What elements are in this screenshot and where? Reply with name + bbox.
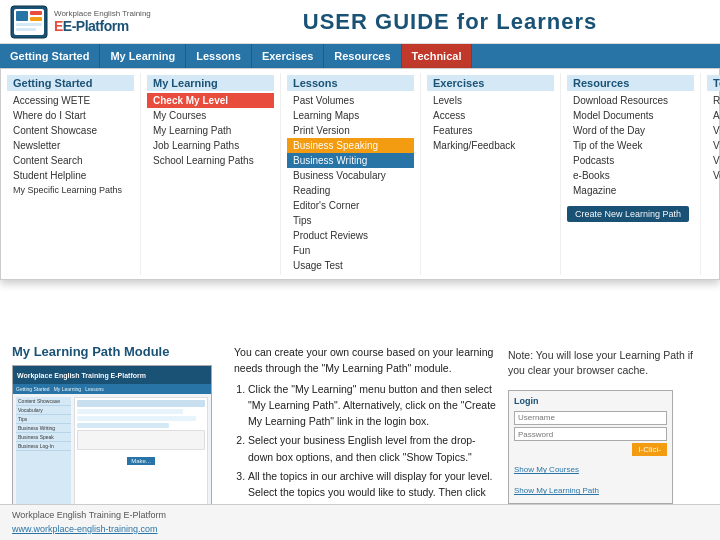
- dropdown-menu: Getting Started Accessing WETE Where do …: [0, 68, 720, 280]
- dropdown-item[interactable]: Model Documents: [567, 108, 694, 123]
- dropdown-item[interactable]: Content Showcase: [7, 123, 134, 138]
- dropdown-item[interactable]: Student Helpline: [7, 168, 134, 183]
- dropdown-item[interactable]: Where do I Start: [7, 108, 134, 123]
- dropdown-col-resources: Resources Download Resources Model Docum…: [561, 73, 701, 275]
- dropdown-item[interactable]: Content Search: [7, 153, 134, 168]
- dropdown-item[interactable]: Past Volumes: [287, 93, 414, 108]
- login-password-input[interactable]: [514, 427, 667, 441]
- dropdown-header-resources: Resources: [567, 75, 694, 91]
- svg-rect-5: [16, 23, 42, 26]
- dropdown-item[interactable]: Video: [707, 123, 720, 138]
- intro-text: You can create your own course based on …: [234, 344, 496, 377]
- svg-rect-3: [30, 11, 42, 15]
- logo: Workplace English Training EE-Platform: [10, 5, 190, 39]
- dropdown-item[interactable]: Business Vocabulary: [287, 168, 414, 183]
- dropdown-col-my-learning: My Learning Check My Level My Courses My…: [141, 73, 281, 275]
- dropdown-item[interactable]: Features: [427, 123, 554, 138]
- login-box-preview: Login I-Clici- Show My Courses Show My L…: [508, 390, 673, 504]
- page-subtitle: My Learning Path Module: [12, 344, 222, 359]
- nav-my-learning[interactable]: My Learning: [100, 44, 186, 68]
- note-box: Note: You will lose your Learning Path i…: [508, 344, 708, 378]
- dropdown-item[interactable]: Reading: [287, 183, 414, 198]
- dropdown-item[interactable]: My Courses: [147, 108, 274, 123]
- show-my-learning-path-link[interactable]: Show My Learning Path: [514, 485, 667, 498]
- dropdown-item[interactable]: Job Learning Paths: [147, 138, 274, 153]
- dropdown-item[interactable]: Voice Recorder: [707, 168, 720, 183]
- dropdown-item[interactable]: Audio: [707, 108, 720, 123]
- dropdown-item[interactable]: Newsletter: [7, 138, 134, 153]
- dropdown-item[interactable]: View Online Pages: [707, 138, 720, 153]
- login-button[interactable]: I-Clici-: [632, 443, 667, 456]
- navbar: Getting Started My Learning Lessons Exer…: [0, 44, 720, 68]
- dropdown-item[interactable]: Editor's Corner: [287, 198, 414, 213]
- dropdown-item[interactable]: Business Writing: [287, 153, 414, 168]
- dropdown-item[interactable]: Magazine: [567, 183, 694, 198]
- dropdown-item[interactable]: My Learning Path: [147, 123, 274, 138]
- header: Workplace English Training EE-Platform U…: [0, 0, 720, 44]
- nav-resources[interactable]: Resources: [324, 44, 401, 68]
- create-new-learning-path-button[interactable]: Create New Learning Path: [567, 206, 689, 222]
- dropdown-col-exercises: Exercises Levels Access Features Marking…: [421, 73, 561, 275]
- dropdown-item[interactable]: My Specific Learning Paths: [7, 183, 134, 197]
- dropdown-item[interactable]: Print Version: [287, 123, 414, 138]
- step-1: Click the "My Learning" menu button and …: [248, 381, 496, 430]
- nav-getting-started[interactable]: Getting Started: [0, 44, 100, 68]
- dropdown-item[interactable]: Download Resources: [567, 93, 694, 108]
- logo-text: Workplace English Training EE-Platform: [54, 9, 151, 34]
- dropdown-item[interactable]: Tip of the Week: [567, 138, 694, 153]
- dropdown-item[interactable]: Usage Test: [287, 258, 414, 273]
- nav-lessons[interactable]: Lessons: [186, 44, 252, 68]
- dropdown-item[interactable]: Tips: [287, 213, 414, 228]
- show-my-courses-link[interactable]: Show My Courses: [514, 464, 667, 477]
- footer: Workplace English Training E-Platform ww…: [0, 504, 720, 540]
- logo-bottom-text: EE-Platform: [54, 18, 151, 34]
- login-title: Login: [514, 396, 667, 406]
- page-title: USER GUIDE for Learners: [190, 9, 710, 35]
- svg-rect-6: [16, 28, 36, 31]
- dropdown-col-technical: Technical Requirements Audio Video View …: [701, 73, 720, 275]
- dropdown-check-my-level[interactable]: Check My Level: [147, 93, 274, 108]
- step-2: Select your business English level from …: [248, 432, 496, 465]
- logo-icon: [10, 5, 48, 39]
- dropdown-header-exercises: Exercises: [427, 75, 554, 91]
- dropdown-item[interactable]: Product Reviews: [287, 228, 414, 243]
- svg-rect-4: [30, 17, 42, 21]
- dropdown-header-lessons: Lessons: [287, 75, 414, 91]
- dropdown-item[interactable]: e-Books: [567, 168, 694, 183]
- logo-top-text: Workplace English Training: [54, 9, 151, 18]
- dropdown-item[interactable]: Word of the Day: [567, 123, 694, 138]
- dropdown-item[interactable]: School Learning Paths: [147, 153, 274, 168]
- create-learning-path-btn-area: Create New Learning Path: [567, 202, 694, 226]
- dropdown-item[interactable]: Business Speaking: [287, 138, 414, 153]
- dropdown-header-getting-started: Getting Started: [7, 75, 134, 91]
- nav-exercises[interactable]: Exercises: [252, 44, 324, 68]
- dropdown-header-technical: Technical: [707, 75, 720, 91]
- dropdown-item[interactable]: Fun: [287, 243, 414, 258]
- dropdown-item[interactable]: Access: [427, 108, 554, 123]
- nav-technical[interactable]: Technical: [402, 44, 473, 68]
- login-username-input[interactable]: [514, 411, 667, 425]
- dropdown-item[interactable]: Levels: [427, 93, 554, 108]
- footer-website-link[interactable]: www.workplace-english-training.com: [12, 524, 158, 534]
- dropdown-item[interactable]: Learning Maps: [287, 108, 414, 123]
- dropdown-item[interactable]: Podcasts: [567, 153, 694, 168]
- dropdown-item[interactable]: Marking/Feedback: [427, 138, 554, 153]
- dropdown-item[interactable]: Requirements: [707, 93, 720, 108]
- svg-rect-2: [16, 11, 28, 21]
- dropdown-item[interactable]: Accessing WETE: [7, 93, 134, 108]
- dropdown-header-my-learning: My Learning: [147, 75, 274, 91]
- footer-line1: Workplace English Training E-Platform: [12, 509, 708, 523]
- dropdown-col-lessons: Lessons Past Volumes Learning Maps Print…: [281, 73, 421, 275]
- dropdown-item[interactable]: View PDFs: [707, 153, 720, 168]
- dropdown-col-getting-started: Getting Started Accessing WETE Where do …: [1, 73, 141, 275]
